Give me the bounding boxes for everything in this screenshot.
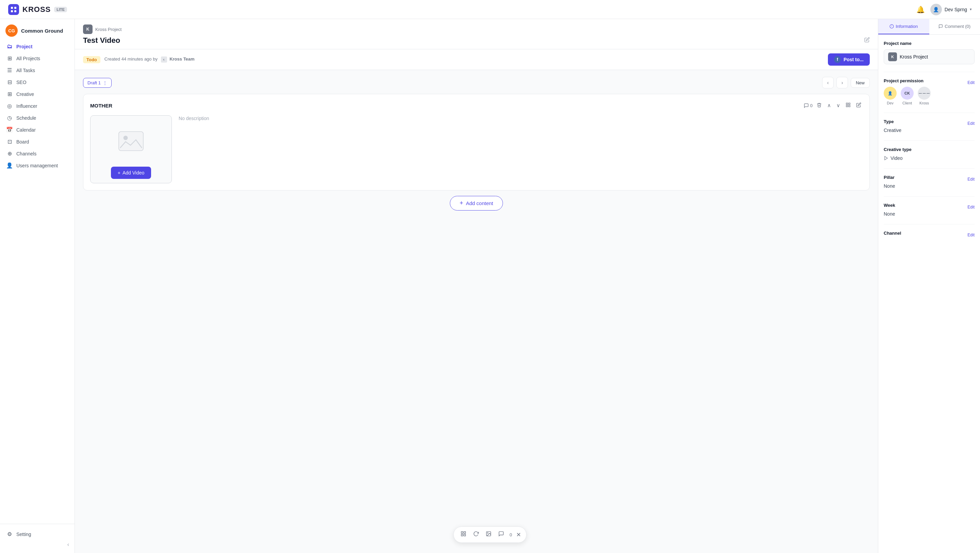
sidebar-all-tasks-label: All Tasks [16,68,35,73]
panel-permission-field: Project permission Edit 👤 Dev CK Client [884,78,975,105]
add-content-button[interactable]: + Add content [450,196,503,211]
post-to-button[interactable]: f Post to... [828,53,870,66]
next-draft-button[interactable]: › [837,77,848,88]
floating-grid-button[interactable] [459,529,468,540]
comment-tab-label: Comment (0) [945,24,970,29]
task-meta-bar: Todo Created 44 minutes ago by K Kross T… [75,49,878,70]
draft-selector[interactable]: Draft 1 ⋮ [83,78,111,88]
sidebar-item-project[interactable]: 🗂 Project [3,41,72,52]
right-panel: Information Comment (0) Project name K K… [878,19,980,553]
kross-avatar-label: Kross [920,101,929,105]
draft-toolbar-right: ‹ › New [822,77,870,88]
sidebar-collapse-button[interactable]: ‹ [3,540,72,549]
type-edit-button[interactable]: Edit [967,121,975,126]
calendar-icon: 📅 [6,127,13,133]
perm-avatar-kross: — — — Kross [918,87,931,105]
user-avatar: 👤 [930,4,942,15]
sidebar-item-creative[interactable]: ⊞ Creative [3,88,72,100]
sidebar-item-channels[interactable]: ⊕ Channels [3,148,72,159]
board-icon: ⊡ [6,138,13,145]
notification-button[interactable]: 🔔 [916,5,925,14]
channels-icon: ⊕ [6,150,13,157]
sidebar-project-label: Project [16,44,32,49]
svg-rect-12 [464,534,466,536]
top-nav: KROSS LITE 🔔 👤 Dev Sprng ▾ [0,0,980,19]
week-label: Week [884,203,895,208]
sidebar-all-projects-label: All Projects [16,56,40,61]
user-menu-button[interactable]: 👤 Dev Sprng ▾ [930,4,972,15]
add-video-button[interactable]: + Add Video [111,167,151,179]
creative-type-label: Creative type [884,147,975,152]
permission-edit-button[interactable]: Edit [967,80,975,85]
svg-rect-2 [11,10,13,12]
dev-avatar: 👤 [884,87,897,100]
floating-refresh-button[interactable] [472,529,480,540]
sidebar-item-users-management[interactable]: 👤 Users management [3,159,72,172]
team-logo-icon: K [161,56,167,63]
floating-image-button[interactable] [484,529,493,540]
svg-rect-6 [849,105,850,107]
sidebar-item-all-tasks[interactable]: ☰ All Tasks [3,64,72,76]
floating-comment-count: 0 [509,532,512,537]
fullscreen-button[interactable] [844,101,852,110]
card-edit-button[interactable] [855,101,862,110]
influencer-icon: ◎ [6,103,13,109]
svg-marker-19 [885,156,888,160]
sidebar-influencer-label: Influencer [16,103,37,109]
plus-icon: + [460,200,463,207]
delete-button[interactable] [815,101,823,110]
sidebar-item-setting[interactable]: ⚙ Setting [3,528,72,540]
content-card-header: MOTHER 0 ∧ ∨ [90,101,862,110]
task-title: Test Video [83,36,120,45]
sidebar-item-calendar[interactable]: 📅 Calendar [3,124,72,136]
add-content-row: + Add content [83,196,870,211]
team-name: Kross Team [169,56,194,62]
sidebar-board-label: Board [16,139,29,145]
status-badge: Todo [83,56,100,63]
floating-comment-button[interactable] [497,529,505,540]
svg-rect-3 [14,10,16,12]
panel-tab-comment[interactable]: Comment (0) [929,19,980,34]
task-edit-button[interactable] [864,37,870,44]
panel-creative-type-field: Creative type Video [884,147,975,161]
svg-rect-10 [461,532,463,533]
pillar-edit-button[interactable]: Edit [967,177,975,182]
draft-toolbar-left: Draft 1 ⋮ [83,78,111,88]
org-name: Common Ground [21,28,63,34]
new-draft-button[interactable]: New [851,78,870,88]
task-meta-left: Todo Created 44 minutes ago by K Kross T… [83,56,195,63]
collapse-down-button[interactable]: ∨ [835,101,842,110]
sidebar-setting-label: Setting [16,532,31,537]
sidebar-item-board[interactable]: ⊡ Board [3,136,72,148]
collapse-up-button[interactable]: ∧ [826,101,832,110]
prev-draft-button[interactable]: ‹ [822,77,834,88]
media-placeholder: + Add Video [90,115,172,183]
sidebar-bottom: ⚙ Setting ‹ [0,524,75,553]
floating-close-button[interactable]: ✕ [516,531,521,539]
sidebar-item-all-projects[interactable]: ⊞ All Projects [3,52,72,64]
panel-tab-information[interactable]: Information [878,19,929,34]
all-projects-icon: ⊞ [6,55,13,62]
pillar-label: Pillar [884,175,894,180]
sidebar-item-influencer[interactable]: ◎ Influencer [3,100,72,112]
type-label: Type [884,119,894,124]
svg-point-15 [487,532,488,533]
client-avatar: CK [901,87,914,100]
week-edit-button[interactable]: Edit [967,205,975,210]
draft-menu-icon: ⋮ [103,80,107,85]
panel-type-field: Type Edit Creative [884,119,975,133]
floating-toolbar: 0 ✕ [453,526,527,543]
project-name-chip: K Kross Project [884,49,975,64]
client-avatar-label: Client [902,101,912,105]
channel-label: Channel [884,230,901,236]
breadcrumb-text: Kross Project [95,27,121,32]
draft-label: Draft 1 [88,80,101,85]
permission-label: Project permission [884,78,924,83]
draft-area: Draft 1 ⋮ ‹ › New MOTHER 0 [75,70,878,553]
sidebar-schedule-label: Schedule [16,115,36,121]
svg-rect-7 [846,105,848,107]
comment-count-badge[interactable]: 0 [804,103,813,108]
sidebar-item-seo[interactable]: ⊟ SEO [3,76,72,88]
sidebar-item-schedule[interactable]: ◷ Schedule [3,112,72,124]
channel-edit-button[interactable]: Edit [967,233,975,237]
